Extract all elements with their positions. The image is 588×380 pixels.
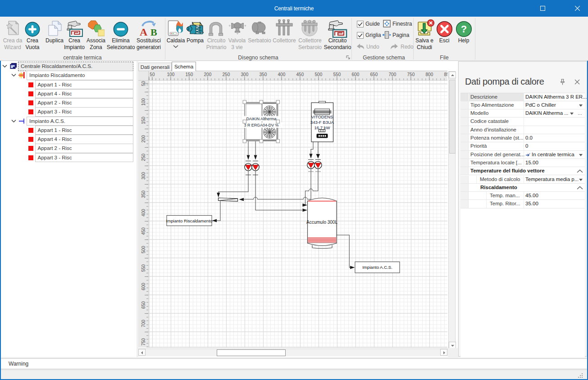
svg-text:Impianto Riscaldamento: Impianto Riscaldamento — [166, 218, 213, 223]
svg-text:DAIKIN Altherma: DAIKIN Altherma — [246, 117, 276, 121]
svg-text:A: A — [140, 26, 148, 37]
svg-text:Accumulo 300L: Accumulo 300L — [306, 220, 337, 225]
svg-text:16.7 kW: 16.7 kW — [315, 125, 330, 130]
svg-text:3 R ERGA04-DV %: 3 R ERGA04-DV % — [244, 123, 279, 127]
svg-text:Impianto A.C.S.: Impianto A.C.S. — [362, 265, 392, 270]
svg-text:B: B — [150, 27, 157, 37]
svg-text:VITODENS: VITODENS — [311, 114, 333, 119]
svg-text:343-F B3UA: 343-F B3UA — [310, 120, 334, 125]
svg-text:?: ? — [461, 23, 467, 35]
